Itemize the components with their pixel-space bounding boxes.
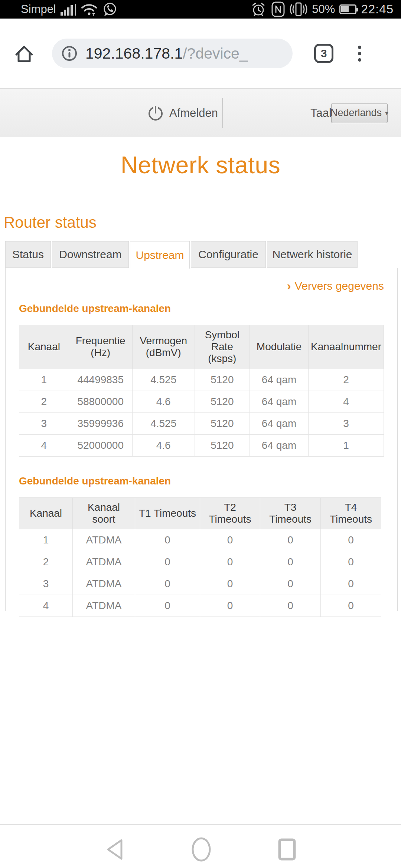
table-cell: 1	[309, 434, 384, 456]
table-cell: 64 qam	[250, 369, 309, 391]
tab-upstream[interactable]: Upstream	[130, 241, 190, 269]
table-cell: 1	[19, 369, 69, 391]
chevron-right-icon: ›	[287, 279, 291, 293]
table-cell: 4	[19, 434, 69, 456]
nav-back-button[interactable]	[105, 839, 124, 860]
tab-netwerk-historie[interactable]: Netwerk historie	[267, 241, 358, 268]
tab-switcher-button[interactable]: 3	[314, 44, 333, 63]
refresh-link-label: Ververs gegevens	[295, 280, 384, 292]
table-cell: 1	[19, 529, 73, 551]
table-cell: 3	[309, 412, 384, 434]
language-selected-value: Nederlands	[330, 107, 382, 119]
column-header: Vermogen (dBmV)	[132, 325, 195, 369]
table-cell: 0	[321, 595, 381, 617]
refresh-data-link[interactable]: › Ververs gegevens	[287, 279, 384, 293]
table-cell: 2	[19, 391, 69, 412]
home-icon	[13, 43, 35, 64]
table-cell: 4	[309, 391, 384, 412]
table-row: 1ATDMA0000	[19, 529, 381, 551]
vibrate-icon	[290, 1, 307, 17]
column-header: T3 Timeouts	[260, 497, 321, 529]
upstream-timeouts-heading: Gebundelde upstream-kanalen	[19, 475, 384, 487]
logout-button[interactable]: Afmelden	[148, 105, 218, 121]
table-cell: 64 qam	[250, 412, 309, 434]
table-row: 2ATDMA0000	[19, 551, 381, 573]
table-cell: 0	[135, 551, 200, 573]
table-cell: 0	[321, 551, 381, 573]
table-row: 3ATDMA0000	[19, 573, 381, 595]
browser-toolbar: 192.168.178.1/?device_ 3	[0, 19, 401, 88]
chevron-down-icon: ▾	[385, 109, 388, 117]
upstream-channels-heading: Gebundelde upstream-kanalen	[19, 303, 384, 315]
table-cell: 0	[321, 573, 381, 595]
table-cell: 4.6	[132, 434, 195, 456]
table-cell: 2	[309, 369, 384, 391]
tab-status[interactable]: Status	[5, 241, 51, 268]
table-cell: ATDMA	[73, 573, 135, 595]
account-bar: Afmelden Taal Nederlands ▾	[0, 88, 401, 137]
android-nav-bar	[0, 831, 401, 868]
battery-percent-label: 50%	[312, 3, 335, 16]
table-row: 3359999364.525512064 qam3	[19, 412, 384, 434]
table-cell: ATDMA	[73, 551, 135, 573]
column-header: T1 Timeouts	[135, 497, 200, 529]
table-cell: 0	[260, 595, 321, 617]
menu-dot	[358, 58, 361, 62]
tab-count: 3	[321, 47, 327, 60]
logout-label: Afmelden	[169, 106, 218, 120]
table-cell: 4.525	[132, 369, 195, 391]
column-header: Frequentie (Hz)	[69, 325, 132, 369]
page-title: Netwerk status	[0, 151, 401, 179]
power-icon	[148, 105, 163, 121]
table-header-row: KanaalKanaal soortT1 TimeoutsT2 Timeouts…	[19, 497, 381, 529]
table-cell: 52000000	[69, 434, 132, 456]
battery-icon	[339, 4, 356, 14]
status-bar: Simpel	[0, 0, 401, 19]
table-cell: 35999936	[69, 412, 132, 434]
section-title: Router status	[4, 214, 97, 231]
table-cell: 0	[260, 573, 321, 595]
column-header: T2 Timeouts	[200, 497, 260, 529]
column-header: T4 Timeouts	[321, 497, 381, 529]
table-header-row: KanaalFrequentie (Hz)Vermogen (dBmV)Symb…	[19, 325, 384, 369]
page-info-icon[interactable]	[61, 45, 78, 62]
column-header: Kanaal soort	[73, 497, 135, 529]
tab-configuratie[interactable]: Configuratie	[191, 241, 266, 268]
divider	[222, 98, 223, 128]
signal-strength-icon	[61, 3, 76, 16]
url-host: 192.168.178.1	[85, 45, 183, 62]
table-cell: 5120	[195, 412, 250, 434]
table-cell: 0	[200, 529, 260, 551]
upstream-panel: › Ververs gegevens Gebundelde upstream-k…	[5, 268, 398, 611]
column-header: Symbol Rate (ksps)	[195, 325, 250, 369]
wifi-icon	[81, 2, 98, 16]
table-row: 4520000004.6512064 qam1	[19, 434, 384, 456]
table-row: 4ATDMA0000	[19, 595, 381, 617]
table-cell: 0	[200, 551, 260, 573]
browser-home-button[interactable]	[13, 42, 36, 65]
language-select[interactable]: Nederlands ▾	[331, 103, 388, 123]
table-row: 1444998354.525512064 qam2	[19, 369, 384, 391]
table-cell: ATDMA	[73, 529, 135, 551]
upstream-timeouts-table: KanaalKanaal soortT1 TimeoutsT2 Timeouts…	[19, 497, 381, 617]
nav-home-button[interactable]	[191, 837, 211, 862]
table-cell: 0	[135, 595, 200, 617]
table-cell: 0	[135, 529, 200, 551]
language-label: Taal	[310, 106, 332, 120]
browser-menu-button[interactable]	[358, 46, 361, 62]
table-cell: 0	[135, 573, 200, 595]
table-cell: 64 qam	[250, 391, 309, 412]
nfc-icon	[271, 1, 285, 17]
table-cell: 3	[19, 573, 73, 595]
address-bar[interactable]: 192.168.178.1/?device_	[52, 39, 293, 68]
router-status-tabs: Status Downstream Upstream Configuratie …	[5, 241, 359, 269]
whatsapp-icon	[102, 1, 118, 17]
table-row: 2588000004.6512064 qam4	[19, 391, 384, 412]
divider	[0, 824, 401, 825]
table-cell: 5120	[195, 434, 250, 456]
column-header: Kanaal	[19, 497, 73, 529]
table-cell: 58800000	[69, 391, 132, 412]
tab-downstream[interactable]: Downstream	[52, 241, 129, 268]
url-text: 192.168.178.1/?device_	[85, 45, 248, 62]
nav-recents-button[interactable]	[278, 838, 296, 861]
